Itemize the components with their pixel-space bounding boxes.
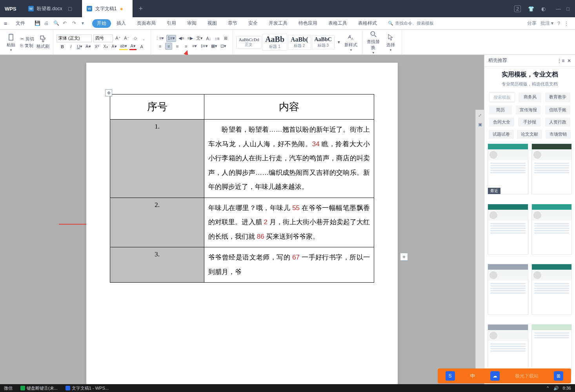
user-avatar-icon[interactable]: ◐ [541,6,546,12]
help-icon[interactable]: ? [557,21,560,26]
style-heading3[interactable]: AaBbC标题 3 [312,35,335,49]
template-tag[interactable]: 信纸手账 [545,105,570,114]
template-card[interactable] [531,324,572,375]
template-tag[interactable]: 人资行政 [545,118,570,127]
template-card[interactable] [531,143,572,194]
increase-indent-icon[interactable]: ≡▶ [186,35,193,42]
copy-button[interactable]: ⎘复制 [20,43,33,49]
hamburger-icon[interactable]: ≡ [2,20,10,27]
line-spacing-icon[interactable]: ↕≡ [214,35,221,42]
template-card[interactable] [531,204,572,255]
shading-icon[interactable]: ▦▾ [210,43,218,50]
file-menu[interactable]: 文件 [10,17,31,30]
template-card[interactable] [531,264,572,315]
doc-tab-inactive[interactable]: W 盼望着.docx ▢ [24,0,82,17]
select-button[interactable]: 选择▼ [383,33,398,51]
template-tag[interactable]: 市场营销 [546,130,571,139]
new-style-button[interactable]: AA 新样式▼ [343,33,359,51]
dropdown-icon[interactable]: ▾ [82,20,88,27]
panel-menu-icon[interactable]: ⋮≡ [557,58,564,64]
decrease-font-icon[interactable]: A⁻ [123,35,130,42]
taskbar-app[interactable]: 微信 [0,385,16,391]
table-header-index[interactable]: 序号 [110,94,204,120]
menu-pagelayout[interactable]: 页面布局 [131,17,161,30]
template-tag[interactable]: 商务风 [519,93,541,102]
align-center-icon[interactable]: ≡ [165,43,172,50]
template-tag[interactable]: 教育教学 [545,93,570,102]
menu-devtools[interactable]: 开发工具 [263,17,293,30]
find-replace-button[interactable]: 查找替换▼ [366,30,381,54]
annotate-button[interactable]: 批注 ▾ [540,20,553,27]
change-case-icon[interactable]: ꜀ [140,35,147,42]
cell-index[interactable]: 2. [110,198,204,247]
tab-monitor-icon[interactable]: ▢ [68,6,72,11]
text-effect-button[interactable]: A▾ [111,43,118,50]
undo-icon[interactable]: ↶ [63,20,69,27]
add-column-button[interactable]: + [400,253,408,261]
asian-layout-icon[interactable]: 文▾ [195,35,204,42]
panel-close-icon[interactable]: ✕ [567,58,571,64]
table-header-content[interactable]: 内容 [204,94,374,120]
style-heading2[interactable]: AaBb(标题 2 [288,35,311,50]
style-heading1[interactable]: AaBb标题 1 [262,34,287,51]
document-table[interactable]: 序号 内容 1. 盼望着，盼望着……翘首以盼的新年近了。街市上车水马龙，人山人海… [110,94,374,283]
align-right-icon[interactable]: ≡ [174,43,181,50]
print-icon[interactable]: 🖨 [44,20,50,27]
template-tag[interactable]: 手抄报 [518,118,541,127]
align-left-icon[interactable]: ≡ [156,43,164,50]
increase-font-icon[interactable]: A⁺ [115,35,122,42]
strike-button[interactable]: A̶▾ [85,43,92,50]
clear-format-icon[interactable]: ◇ [132,35,139,42]
format-painter-button[interactable]: 格式刷 [36,35,50,49]
tray-icon[interactable]: ⌃ [546,386,550,391]
menu-tabletools[interactable]: 表格工具 [323,17,353,30]
menu-review[interactable]: 审阅 [182,17,202,30]
command-search[interactable]: 🔍 查找命令、搜索模板 [388,20,434,26]
new-tab-button[interactable]: + [133,5,149,13]
table-move-handle[interactable]: ✥ [105,89,112,96]
apparel-icon[interactable]: 👕 [528,6,534,12]
save-icon[interactable]: 💾 [35,20,41,27]
preview-icon[interactable]: 🔍 [53,20,60,27]
underline-button[interactable]: U▾ [76,43,83,50]
menu-section[interactable]: 章节 [222,17,243,30]
template-card[interactable]: 最近 [488,143,528,194]
menu-insert[interactable]: 插入 [111,17,131,30]
minimize-button[interactable]: — [556,6,561,12]
clock[interactable]: 8:36 [563,386,571,390]
font-size-select[interactable] [93,34,113,42]
share-button[interactable]: 分享 [527,20,537,27]
line-height-icon[interactable]: ‡≡▾ [200,43,209,50]
borders-icon[interactable]: ⊞ [222,35,229,42]
bullet-list-icon[interactable]: ⋮≡▾ [154,35,165,42]
justify-icon[interactable]: ≡ [182,43,189,50]
menu-security[interactable]: 安全 [243,17,263,30]
paste-button[interactable]: 粘贴▼ [3,33,19,51]
subscript-button[interactable]: X₂ [102,43,109,50]
menu-reference[interactable]: 引用 [161,17,182,30]
expand-icon[interactable]: ⤢ [478,113,482,118]
cut-button[interactable]: ✂剪切 [20,36,34,42]
font-name-select[interactable] [56,34,92,42]
taskbar-app[interactable]: 键盘断键舌(未... [16,385,62,391]
search-template-tag[interactable]: 搜索模板 [489,93,515,102]
redo-icon[interactable]: ↷ [72,20,78,27]
char-shading-button[interactable]: A [138,43,145,50]
notification-popup[interactable]: S 中 ☁ 极光下载站 ⊞ [438,368,571,383]
tray-icon[interactable]: 🔊 [553,386,559,391]
font-color-button[interactable]: A▾ [129,43,136,50]
menu-view[interactable]: 视图 [202,17,222,30]
template-tag[interactable]: 合同大全 [489,118,514,127]
template-card[interactable] [488,264,528,315]
wps-logo[interactable]: WPS [0,6,24,12]
sort-icon[interactable]: A↓ [205,35,212,42]
template-card[interactable] [488,204,528,255]
italic-button[interactable]: I [67,43,75,50]
bold-button[interactable]: B [59,43,66,50]
template-tag[interactable]: 试题试卷 [489,130,514,139]
cell-index[interactable]: 3. [110,247,204,283]
template-tag[interactable]: 宣传海报 [516,105,541,114]
template-card[interactable] [488,324,528,375]
cell-index[interactable]: 1. [110,120,204,198]
cell-content[interactable]: 爷爷曾经是语文老师，写的 67 一手好行书字，所以一到腊月，爷 [204,247,374,283]
